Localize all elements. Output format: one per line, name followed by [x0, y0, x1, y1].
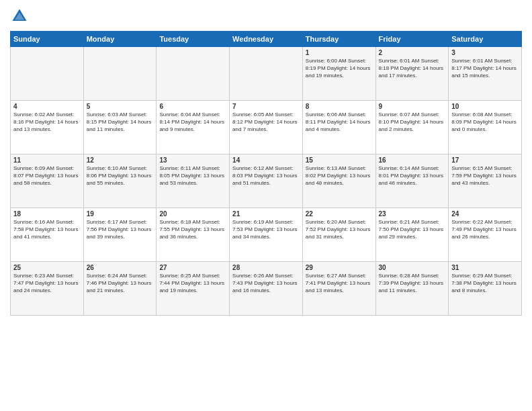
- cell-text: Sunrise: 6:01 AM Sunset: 8:18 PM Dayligh…: [379, 58, 446, 79]
- day-number: 31: [451, 264, 519, 271]
- calendar-cell: 21Sunrise: 6:19 AM Sunset: 7:53 PM Dayli…: [230, 208, 303, 262]
- calendar-cell: 14Sunrise: 6:12 AM Sunset: 8:03 PM Dayli…: [230, 154, 303, 208]
- calendar-cell: 22Sunrise: 6:20 AM Sunset: 7:52 PM Dayli…: [302, 208, 375, 262]
- calendar-cell: 6Sunrise: 6:04 AM Sunset: 8:14 PM Daylig…: [157, 101, 230, 154]
- day-number: 14: [232, 156, 300, 164]
- weekday-tuesday: Tuesday: [157, 32, 230, 47]
- calendar-cell: 8Sunrise: 6:06 AM Sunset: 8:11 PM Daylig…: [302, 101, 375, 154]
- calendar-cell: 17Sunrise: 6:15 AM Sunset: 7:59 PM Dayli…: [449, 154, 522, 208]
- cell-text: Sunrise: 6:27 AM Sunset: 7:41 PM Dayligh…: [306, 273, 373, 294]
- day-number: 4: [13, 103, 81, 110]
- week-row-2: 4Sunrise: 6:02 AM Sunset: 8:16 PM Daylig…: [11, 101, 522, 154]
- day-number: 8: [306, 103, 373, 110]
- calendar: SundayMondayTuesdayWednesdayThursdayFrid…: [10, 31, 522, 316]
- calendar-cell: [83, 47, 157, 101]
- calendar-cell: 20Sunrise: 6:18 AM Sunset: 7:55 PM Dayli…: [157, 208, 230, 262]
- day-number: 18: [13, 210, 81, 218]
- cell-text: Sunrise: 6:18 AM Sunset: 7:55 PM Dayligh…: [159, 219, 226, 240]
- calendar-cell: 23Sunrise: 6:21 AM Sunset: 7:50 PM Dayli…: [375, 208, 449, 262]
- day-number: 9: [379, 103, 446, 110]
- day-number: 25: [13, 264, 81, 271]
- calendar-cell: 16Sunrise: 6:14 AM Sunset: 8:01 PM Dayli…: [375, 154, 449, 208]
- calendar-cell: [11, 47, 84, 101]
- day-number: 1: [306, 49, 373, 56]
- calendar-cell: 26Sunrise: 6:24 AM Sunset: 7:46 PM Dayli…: [83, 262, 157, 316]
- week-row-1: 1Sunrise: 6:00 AM Sunset: 8:19 PM Daylig…: [11, 47, 522, 101]
- cell-text: Sunrise: 6:14 AM Sunset: 8:01 PM Dayligh…: [379, 165, 446, 187]
- cell-text: Sunrise: 6:21 AM Sunset: 7:50 PM Dayligh…: [379, 219, 446, 240]
- calendar-cell: 15Sunrise: 6:13 AM Sunset: 8:02 PM Dayli…: [302, 154, 375, 208]
- weekday-saturday: Saturday: [449, 32, 522, 47]
- day-number: 19: [87, 210, 154, 218]
- day-number: 16: [379, 156, 446, 164]
- week-row-3: 11Sunrise: 6:09 AM Sunset: 8:07 PM Dayli…: [11, 154, 522, 208]
- cell-text: Sunrise: 6:05 AM Sunset: 8:12 PM Dayligh…: [232, 111, 300, 133]
- calendar-cell: 12Sunrise: 6:10 AM Sunset: 8:06 PM Dayli…: [83, 154, 157, 208]
- cell-text: Sunrise: 6:15 AM Sunset: 7:59 PM Dayligh…: [451, 165, 519, 187]
- cell-text: Sunrise: 6:26 AM Sunset: 7:43 PM Dayligh…: [232, 273, 300, 294]
- cell-text: Sunrise: 6:11 AM Sunset: 8:05 PM Dayligh…: [159, 165, 226, 187]
- cell-text: Sunrise: 6:03 AM Sunset: 8:15 PM Dayligh…: [87, 111, 154, 133]
- cell-text: Sunrise: 6:02 AM Sunset: 8:16 PM Dayligh…: [13, 111, 81, 133]
- day-number: 28: [232, 264, 300, 271]
- cell-text: Sunrise: 6:00 AM Sunset: 8:19 PM Dayligh…: [306, 58, 373, 79]
- calendar-cell: 18Sunrise: 6:16 AM Sunset: 7:58 PM Dayli…: [11, 208, 84, 262]
- calendar-cell: [157, 47, 230, 101]
- cell-text: Sunrise: 6:06 AM Sunset: 8:11 PM Dayligh…: [306, 111, 373, 133]
- day-number: 2: [379, 49, 446, 56]
- page-header: [10, 7, 522, 26]
- cell-text: Sunrise: 6:10 AM Sunset: 8:06 PM Dayligh…: [87, 165, 154, 187]
- cell-text: Sunrise: 6:28 AM Sunset: 7:39 PM Dayligh…: [379, 273, 446, 294]
- cell-text: Sunrise: 6:23 AM Sunset: 7:47 PM Dayligh…: [13, 273, 81, 294]
- day-number: 20: [159, 210, 226, 218]
- day-number: 17: [451, 156, 519, 164]
- calendar-cell: 9Sunrise: 6:07 AM Sunset: 8:10 PM Daylig…: [375, 101, 449, 154]
- day-number: 12: [87, 156, 154, 164]
- cell-text: Sunrise: 6:17 AM Sunset: 7:56 PM Dayligh…: [87, 219, 154, 240]
- calendar-cell: 2Sunrise: 6:01 AM Sunset: 8:18 PM Daylig…: [375, 47, 449, 101]
- weekday-sunday: Sunday: [11, 32, 84, 47]
- day-number: 6: [159, 103, 226, 110]
- day-number: 13: [159, 156, 226, 164]
- calendar-cell: 3Sunrise: 6:01 AM Sunset: 8:17 PM Daylig…: [449, 47, 522, 101]
- cell-text: Sunrise: 6:08 AM Sunset: 8:09 PM Dayligh…: [451, 111, 519, 133]
- day-number: 3: [451, 49, 519, 56]
- calendar-cell: 10Sunrise: 6:08 AM Sunset: 8:09 PM Dayli…: [449, 101, 522, 154]
- calendar-cell: 1Sunrise: 6:00 AM Sunset: 8:19 PM Daylig…: [302, 47, 375, 101]
- calendar-cell: 19Sunrise: 6:17 AM Sunset: 7:56 PM Dayli…: [83, 208, 157, 262]
- day-number: 21: [232, 210, 300, 218]
- day-number: 22: [306, 210, 373, 218]
- calendar-cell: 13Sunrise: 6:11 AM Sunset: 8:05 PM Dayli…: [157, 154, 230, 208]
- week-row-4: 18Sunrise: 6:16 AM Sunset: 7:58 PM Dayli…: [11, 208, 522, 262]
- logo: [10, 7, 32, 26]
- calendar-cell: [230, 47, 303, 101]
- calendar-cell: 30Sunrise: 6:28 AM Sunset: 7:39 PM Dayli…: [375, 262, 449, 316]
- weekday-monday: Monday: [83, 32, 157, 47]
- day-number: 10: [451, 103, 519, 110]
- cell-text: Sunrise: 6:22 AM Sunset: 7:49 PM Dayligh…: [451, 219, 519, 240]
- cell-text: Sunrise: 6:24 AM Sunset: 7:46 PM Dayligh…: [87, 273, 154, 294]
- day-number: 27: [159, 264, 226, 271]
- logo-icon: [10, 7, 29, 26]
- cell-text: Sunrise: 6:13 AM Sunset: 8:02 PM Dayligh…: [306, 165, 373, 187]
- day-number: 29: [306, 264, 373, 271]
- weekday-friday: Friday: [375, 32, 449, 47]
- day-number: 26: [87, 264, 154, 271]
- calendar-cell: 28Sunrise: 6:26 AM Sunset: 7:43 PM Dayli…: [230, 262, 303, 316]
- day-number: 23: [379, 210, 446, 218]
- calendar-cell: 7Sunrise: 6:05 AM Sunset: 8:12 PM Daylig…: [230, 101, 303, 154]
- cell-text: Sunrise: 6:20 AM Sunset: 7:52 PM Dayligh…: [306, 219, 373, 240]
- cell-text: Sunrise: 6:29 AM Sunset: 7:38 PM Dayligh…: [451, 273, 519, 294]
- cell-text: Sunrise: 6:09 AM Sunset: 8:07 PM Dayligh…: [13, 165, 81, 187]
- cell-text: Sunrise: 6:16 AM Sunset: 7:58 PM Dayligh…: [13, 219, 81, 240]
- day-number: 11: [13, 156, 81, 164]
- day-number: 15: [306, 156, 373, 164]
- week-row-5: 25Sunrise: 6:23 AM Sunset: 7:47 PM Dayli…: [11, 262, 522, 316]
- weekday-header-row: SundayMondayTuesdayWednesdayThursdayFrid…: [11, 32, 522, 47]
- calendar-cell: 11Sunrise: 6:09 AM Sunset: 8:07 PM Dayli…: [11, 154, 84, 208]
- cell-text: Sunrise: 6:01 AM Sunset: 8:17 PM Dayligh…: [451, 58, 519, 79]
- calendar-cell: 31Sunrise: 6:29 AM Sunset: 7:38 PM Dayli…: [449, 262, 522, 316]
- calendar-cell: 4Sunrise: 6:02 AM Sunset: 8:16 PM Daylig…: [11, 101, 84, 154]
- weekday-wednesday: Wednesday: [230, 32, 303, 47]
- cell-text: Sunrise: 6:04 AM Sunset: 8:14 PM Dayligh…: [159, 111, 226, 133]
